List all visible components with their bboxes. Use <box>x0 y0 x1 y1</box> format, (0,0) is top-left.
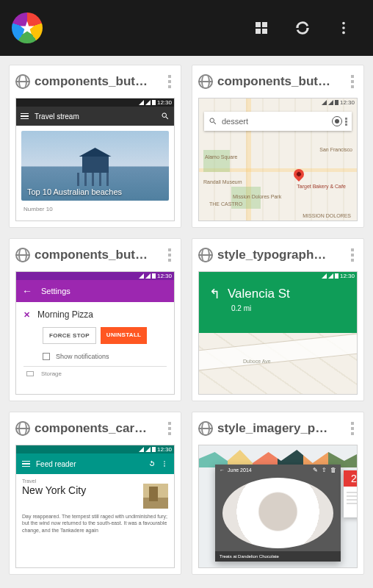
thumb-photo: Top 10 Australian beaches <box>21 131 169 201</box>
svg-rect-0 <box>256 22 261 27</box>
refresh-icon <box>293 18 312 37</box>
thumb-appbar: ← Settings <box>16 280 174 302</box>
card-title: components_but… <box>35 248 163 262</box>
search-value: dessert <box>222 117 332 126</box>
more-vert-icon <box>345 117 347 126</box>
app-row: ✕ Morning Pizza <box>16 302 174 324</box>
statusbar-time: 12:30 <box>340 273 355 279</box>
star-icon <box>19 20 35 36</box>
imagery-card: ← June 2014 ✎ ⇪ 🗑 Treats at Dandelion Ch… <box>215 465 341 562</box>
boathouse-graphic <box>82 155 109 173</box>
statusbar-time: 12:30 <box>157 99 172 106</box>
card-thumbnail: ← June 2014 ✎ ⇪ 🗑 Treats at Dandelion Ch… <box>198 445 358 568</box>
app-logo[interactable] <box>12 12 43 43</box>
more-vert-icon <box>161 459 168 468</box>
svg-rect-1 <box>262 22 267 27</box>
thumb-appbar: Feed reader <box>16 453 174 474</box>
statusbar-time: 12:30 <box>157 273 172 279</box>
battery-icon <box>335 100 338 105</box>
svg-point-6 <box>342 32 345 35</box>
map-poi-label: MISSION DOLORES <box>303 213 351 218</box>
card-menu-button[interactable] <box>163 245 176 265</box>
grid-icon <box>253 19 270 37</box>
card-item[interactable]: components_but… 12:30 ← Settings ✕ Morni… <box>9 238 181 401</box>
card-item[interactable]: components_car… 12:30 Feed reader Travel… <box>9 412 181 575</box>
globe-icon <box>15 248 30 262</box>
card-menu-button[interactable] <box>163 418 176 439</box>
signal-icon <box>139 100 144 105</box>
divider <box>23 366 167 367</box>
card-header: components_car… <box>10 412 181 445</box>
card-thumbnail: 12:30 dessert Alamo Square San Francisco… <box>198 98 358 221</box>
edit-icon: ✎ <box>313 467 318 473</box>
card-menu-button[interactable] <box>346 245 359 265</box>
refresh-icon <box>148 459 156 468</box>
wifi-icon <box>328 100 333 105</box>
card-title: style_typograph… <box>217 248 346 262</box>
wifi-icon <box>145 273 151 279</box>
card-thumbnail: 12:30 Travel stream Top 10 Australian be… <box>15 98 175 221</box>
card-title: style_imagery_p… <box>217 421 346 436</box>
article-thumb-image <box>143 484 168 509</box>
park-area <box>203 150 230 172</box>
more-vert-icon <box>336 20 352 36</box>
checkbox-label: Show notifications <box>56 353 109 360</box>
checkbox-row: Show notifications <box>16 350 174 365</box>
storage-label: Storage <box>41 370 62 377</box>
wifi-icon <box>145 447 151 452</box>
card-title: components_car… <box>35 421 163 436</box>
card-menu-button[interactable] <box>346 71 359 92</box>
thumb-statusbar: 12:30 <box>16 272 174 280</box>
battery-icon <box>152 447 156 452</box>
card-header: style_typograph… <box>192 239 363 271</box>
article-category: Travel <box>22 478 168 484</box>
map-poi-label: Mission Dolores Park <box>233 194 281 199</box>
card-grid: components_but… 12:30 Travel stream Top … <box>0 56 373 575</box>
hamburger-icon <box>21 113 29 120</box>
nav-street: Valencia St <box>228 287 290 301</box>
calendar-card: 2 <box>344 470 358 517</box>
search-icon <box>161 112 170 121</box>
card-item[interactable]: style_typograph… 12:30 ↰ Valencia St 0.2… <box>192 238 364 401</box>
globe-icon <box>198 421 213 436</box>
checkbox-icon <box>43 353 50 360</box>
map-poi-label: THE CASTRO <box>209 201 242 207</box>
statusbar-time: 12:30 <box>340 99 355 106</box>
map-pin-label: Target Bakery & Cafe <box>297 184 346 189</box>
card-thumbnail: 12:30 ↰ Valencia St 0.2 mi Duboce Ave <box>198 271 358 395</box>
map-poi-label: Alamo Square <box>205 154 237 159</box>
thumb-subtext: Number 10 <box>16 206 174 212</box>
svg-point-5 <box>342 26 345 29</box>
card-header: components_but… <box>10 239 181 271</box>
statusbar-time: 12:30 <box>157 446 172 453</box>
signal-icon <box>139 273 144 279</box>
svg-rect-3 <box>262 29 267 34</box>
grid-view-button[interactable] <box>244 10 279 46</box>
globe-icon <box>15 74 30 89</box>
back-arrow-icon: ← <box>220 467 225 473</box>
card-thumbnail: 12:30 ← Settings ✕ Morning Pizza FORCE S… <box>15 271 175 395</box>
card-item[interactable]: style_imagery_p… ← June 2014 ✎ ⇪ 🗑 Treat… <box>192 412 364 575</box>
imagery-card-header: ← June 2014 ✎ ⇪ 🗑 <box>215 465 341 475</box>
overflow-menu-button[interactable] <box>326 10 361 46</box>
refresh-button[interactable] <box>285 10 320 46</box>
battery-icon <box>152 273 156 279</box>
thumb-statusbar: 12:30 <box>199 272 357 280</box>
thumb-statusbar: 12:30 <box>16 98 174 107</box>
card-menu-button[interactable] <box>346 418 359 439</box>
svg-point-9 <box>164 465 165 467</box>
button-row: FORCE STOP UNINSTALL <box>16 324 174 350</box>
article-headline: New York City <box>22 484 140 496</box>
article: Travel New York City Day reappeared. The… <box>16 474 174 534</box>
article-body: Day reappeared. The tempest still raged … <box>22 513 168 534</box>
card-item[interactable]: components_but… 12:30 dessert Alamo Squa… <box>192 65 364 228</box>
globe-icon <box>198 74 213 89</box>
delete-icon: 🗑 <box>330 467 336 473</box>
card-item[interactable]: components_but… 12:30 Travel stream Top … <box>9 65 181 228</box>
globe-icon <box>198 248 213 262</box>
image-caption: Treats at Dandelion Chocolate <box>215 551 341 562</box>
card-menu-button[interactable] <box>163 71 176 92</box>
plate-image <box>222 478 333 548</box>
turn-left-icon: ↰ <box>209 286 220 302</box>
uninstall-button: UNINSTALL <box>101 327 147 344</box>
